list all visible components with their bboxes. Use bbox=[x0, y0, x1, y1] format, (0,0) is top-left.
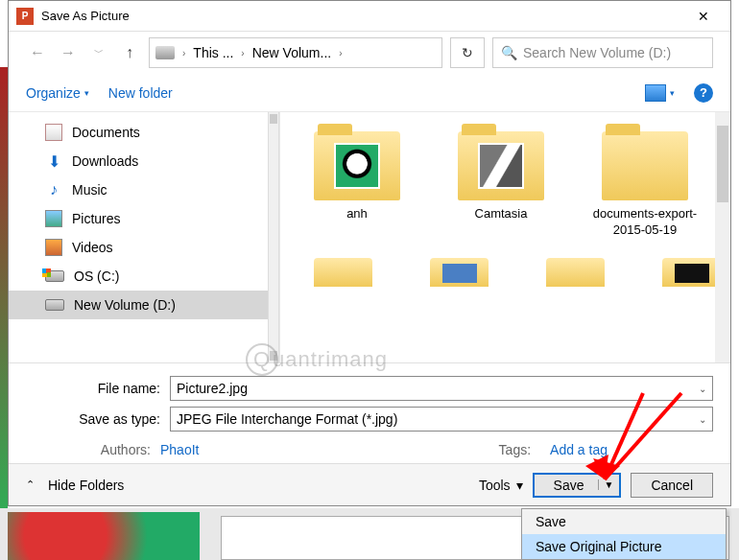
organize-button[interactable]: Organize ▾ bbox=[26, 85, 89, 101]
music-icon: ♪ bbox=[45, 181, 62, 198]
tree-item-new-volume-d[interactable]: New Volume (D:) bbox=[9, 291, 268, 319]
save-dropdown-menu: Save Save Original Picture bbox=[521, 508, 727, 560]
tree-item-label: OS (C:) bbox=[74, 268, 119, 284]
folder-tree: Documents ⬇ Downloads ♪ Music Pictures V… bbox=[9, 112, 268, 362]
folder-icon bbox=[314, 131, 400, 200]
chevron-down-icon[interactable]: ⌄ bbox=[699, 414, 706, 425]
breadcrumb-seg-thispc[interactable]: This ... bbox=[193, 45, 233, 60]
breadcrumb[interactable]: › This ... › New Volum... › bbox=[149, 37, 442, 68]
folder-item-partial[interactable] bbox=[546, 258, 605, 287]
filename-label: File name: bbox=[26, 381, 160, 396]
background-rose-thumb bbox=[8, 512, 200, 560]
content-pane[interactable]: anh Camtasia documents-export-2015-05-19 bbox=[279, 112, 730, 362]
videos-icon bbox=[45, 239, 62, 256]
chevron-up-icon: ⌃ bbox=[26, 478, 35, 491]
tree-item-label: Videos bbox=[72, 240, 113, 255]
up-button[interactable]: ↑ bbox=[118, 41, 141, 64]
scrollbar-thumb[interactable] bbox=[717, 126, 728, 202]
chevron-right-icon[interactable]: › bbox=[179, 48, 189, 58]
filename-input[interactable]: Picture2.jpg ⌄ bbox=[170, 376, 713, 401]
savetype-label: Save as type: bbox=[26, 411, 160, 427]
chevron-right-icon[interactable]: › bbox=[335, 48, 346, 58]
folder-icon bbox=[458, 131, 544, 200]
powerpoint-icon: P bbox=[16, 8, 34, 25]
tree-item-label: Pictures bbox=[72, 211, 121, 226]
folder-label: documents-export-2015-05-19 bbox=[578, 206, 712, 239]
window-title: Save As Picture bbox=[41, 9, 684, 23]
tags-label: Tags: bbox=[499, 442, 540, 457]
tree-item-music[interactable]: ♪ Music bbox=[9, 175, 268, 204]
form-area: File name: Picture2.jpg ⌄ Save as type: … bbox=[9, 362, 730, 463]
search-input[interactable]: 🔍 Search New Volume (D:) bbox=[492, 37, 713, 68]
tree-item-pictures[interactable]: Pictures bbox=[9, 204, 268, 233]
tools-button[interactable]: Tools ▾ bbox=[479, 478, 523, 493]
recent-locations-button[interactable]: ﹀ bbox=[87, 41, 110, 64]
cancel-button[interactable]: Cancel bbox=[631, 473, 713, 498]
folder-item-documents-export[interactable]: documents-export-2015-05-19 bbox=[578, 131, 712, 239]
folder-label: anh bbox=[346, 206, 368, 222]
metadata-row: Authors: PhaoIt Tags: Add a tag bbox=[26, 434, 713, 459]
save-button[interactable]: Save ▼ bbox=[533, 473, 622, 498]
drive-icon bbox=[45, 299, 64, 311]
forward-button[interactable]: → bbox=[57, 41, 80, 64]
help-button[interactable]: ? bbox=[694, 83, 713, 103]
folder-item-anh[interactable]: anh bbox=[290, 131, 424, 239]
hide-folders-button[interactable]: Hide Folders bbox=[48, 478, 124, 493]
search-placeholder: Search New Volume (D:) bbox=[523, 45, 671, 60]
chevron-down-icon: ▾ bbox=[516, 478, 523, 493]
refresh-button[interactable]: ↻ bbox=[450, 37, 485, 68]
organize-label: Organize bbox=[26, 85, 81, 101]
folder-grid: anh Camtasia documents-export-2015-05-19 bbox=[280, 112, 730, 258]
tree-item-downloads[interactable]: ⬇ Downloads bbox=[9, 147, 268, 175]
tree-item-label: Downloads bbox=[72, 153, 138, 169]
tree-item-label: Documents bbox=[72, 125, 140, 140]
tools-label: Tools bbox=[479, 478, 511, 493]
tree-item-videos[interactable]: Videos bbox=[9, 233, 268, 262]
documents-icon bbox=[45, 124, 62, 141]
new-folder-button[interactable]: New folder bbox=[108, 85, 173, 101]
save-as-dialog: P Save As Picture ✕ ← → ﹀ ↑ › This ... ›… bbox=[8, 0, 731, 506]
filename-value: Picture2.jpg bbox=[177, 381, 248, 396]
search-icon: 🔍 bbox=[501, 45, 517, 60]
dialog-footer: ⌃ Hide Folders Tools ▾ Save ▼ Cancel bbox=[9, 463, 730, 505]
downloads-icon: ⬇ bbox=[45, 152, 62, 170]
tags-value[interactable]: Add a tag bbox=[550, 442, 608, 457]
folder-label: Camtasia bbox=[475, 206, 528, 222]
toolbar: Organize ▾ New folder ▾ ? bbox=[9, 74, 730, 112]
chevron-down-icon: ▾ bbox=[670, 88, 675, 98]
chevron-down-icon: ▾ bbox=[84, 88, 89, 98]
titlebar: P Save As Picture ✕ bbox=[9, 1, 730, 32]
folder-item-partial[interactable] bbox=[314, 258, 372, 287]
folder-icon bbox=[602, 131, 688, 200]
folder-item-partial[interactable] bbox=[430, 258, 489, 287]
tree-item-label: Music bbox=[72, 182, 107, 198]
view-icon bbox=[645, 84, 666, 102]
chevron-right-icon[interactable]: › bbox=[237, 48, 248, 58]
menu-item-save-original-picture[interactable]: Save Original Picture bbox=[522, 534, 726, 559]
tree-scrollbar[interactable] bbox=[268, 112, 279, 362]
savetype-value: JPEG File Interchange Format (*.jpg) bbox=[177, 411, 397, 427]
dialog-body: Documents ⬇ Downloads ♪ Music Pictures V… bbox=[9, 112, 730, 362]
menu-item-save[interactable]: Save bbox=[522, 509, 726, 534]
drive-icon bbox=[155, 46, 175, 59]
folder-item-partial[interactable] bbox=[662, 258, 721, 287]
folder-grid-row2-partial bbox=[280, 258, 730, 287]
save-split-dropdown[interactable]: ▼ bbox=[598, 479, 614, 490]
folder-thumbnail bbox=[478, 143, 524, 189]
view-mode-button[interactable]: ▾ bbox=[645, 84, 675, 102]
folder-item-camtasia[interactable]: Camtasia bbox=[434, 131, 568, 239]
background-left-strip bbox=[0, 67, 8, 508]
os-drive-icon bbox=[45, 270, 64, 282]
close-button[interactable]: ✕ bbox=[684, 9, 723, 24]
tree-item-documents[interactable]: Documents bbox=[9, 118, 268, 147]
breadcrumb-seg-volume[interactable]: New Volum... bbox=[252, 45, 331, 60]
chevron-down-icon[interactable]: ⌄ bbox=[699, 384, 706, 394]
nav-row: ← → ﹀ ↑ › This ... › New Volum... › ↻ 🔍 … bbox=[9, 32, 730, 74]
savetype-select[interactable]: JPEG File Interchange Format (*.jpg) ⌄ bbox=[170, 407, 713, 432]
save-label: Save bbox=[554, 478, 584, 493]
back-button[interactable]: ← bbox=[26, 41, 49, 64]
tree-item-os-c[interactable]: OS (C:) bbox=[9, 262, 268, 291]
content-scrollbar[interactable] bbox=[715, 112, 730, 362]
authors-value[interactable]: PhaoIt bbox=[160, 442, 199, 457]
authors-label: Authors: bbox=[26, 442, 160, 457]
